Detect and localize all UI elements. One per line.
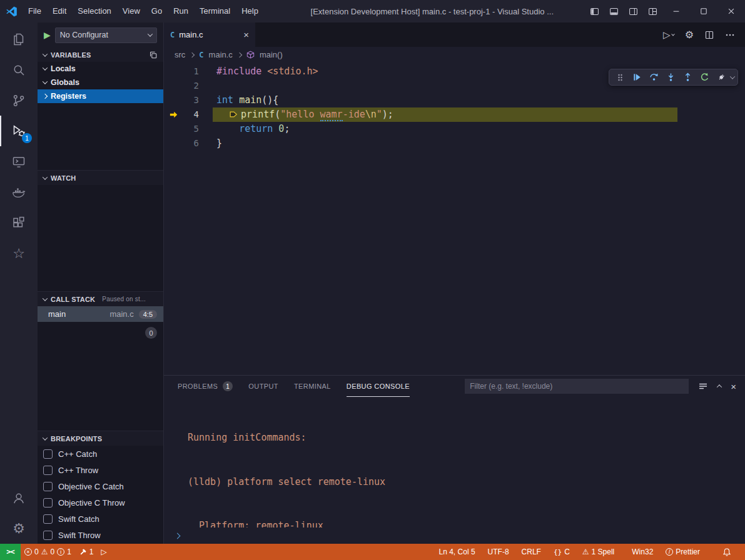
breakpoint-swift-catch[interactable]: Swift Catch — [38, 511, 163, 527]
breakpoint-marker-icon[interactable] — [229, 110, 238, 119]
activity-settings[interactable]: ⚙ — [0, 513, 38, 544]
menu-terminal[interactable]: Terminal — [194, 0, 236, 22]
activity-explorer[interactable] — [0, 24, 38, 54]
scope-registers[interactable]: Registers — [38, 89, 163, 103]
gutter-line-3[interactable] — [164, 93, 183, 108]
eol-indicator[interactable]: CRLF — [518, 544, 545, 560]
toolchain-status[interactable]: 1 — [75, 544, 98, 560]
more-actions-icon[interactable] — [725, 30, 735, 40]
breakpoint-checkbox[interactable] — [43, 449, 53, 459]
problems-status[interactable]: × 0 ⚠ 0 i 1 — [21, 544, 75, 560]
scope-locals[interactable]: Locals — [38, 62, 163, 76]
output-lines-icon[interactable] — [698, 381, 708, 391]
maximize-button[interactable] — [690, 0, 717, 22]
breakpoint-objc-throw[interactable]: Objective C Throw — [38, 494, 163, 511]
tab-output[interactable]: OUTPUT — [248, 376, 278, 397]
run-file-button[interactable]: ▷ — [663, 29, 674, 41]
menu-edit[interactable]: Edit — [47, 0, 72, 22]
breakpoint-checkbox[interactable] — [43, 514, 53, 524]
gutter-line-1[interactable] — [164, 64, 183, 79]
close-tab-icon[interactable]: × — [243, 30, 249, 39]
activity-run-debug[interactable]: 1 — [0, 116, 38, 146]
activity-extensions[interactable] — [0, 208, 38, 238]
scope-globals[interactable]: Globals — [38, 76, 163, 89]
tab-problems[interactable]: PROBLEMS 1 — [178, 376, 233, 397]
code-line-3[interactable]: 3 int main(){ — [164, 93, 745, 108]
toggle-secondary-sidebar-icon[interactable] — [624, 0, 643, 22]
breakpoint-label: Swift Throw — [58, 531, 101, 540]
code-line-5[interactable]: 5 return 0; — [164, 122, 745, 136]
spell-checker-status[interactable]: ⚠ 1 Spell — [579, 544, 618, 560]
platform-indicator[interactable]: Win32 — [628, 544, 657, 560]
breakpoint-checkbox[interactable] — [43, 482, 53, 491]
step-over-button[interactable] — [646, 70, 661, 85]
code-editor[interactable]: 1 #include <stdio.h> 2 3 int main(){ — [164, 62, 745, 375]
breakpoint-objc-catch[interactable]: Objective C Catch — [38, 478, 163, 494]
menu-run[interactable]: Run — [168, 0, 194, 22]
split-editor-icon[interactable] — [704, 30, 714, 40]
formatter-status[interactable]: / Prettier — [662, 544, 704, 560]
toolbar-drag-handle[interactable] — [612, 70, 627, 85]
activity-remote-explorer[interactable] — [0, 146, 38, 177]
gutter-line-2[interactable] — [164, 79, 183, 93]
launch-config-dropdown[interactable]: No Configurat — [55, 28, 157, 43]
encoding-indicator[interactable]: UTF-8 — [484, 544, 513, 560]
breakpoint-swift-throw[interactable]: Swift Throw — [38, 527, 163, 543]
chevron-down-icon[interactable] — [730, 74, 735, 79]
copy-icon[interactable] — [149, 51, 158, 59]
gutter-line-6[interactable] — [164, 136, 183, 151]
continue-button[interactable] — [629, 70, 644, 85]
console-line: Running initCommands: — [188, 431, 745, 446]
restart-button[interactable] — [697, 70, 712, 85]
variables-header[interactable]: VARIABLES — [38, 48, 163, 62]
maximize-panel-icon[interactable] — [717, 384, 722, 389]
activity-docker[interactable] — [0, 177, 38, 208]
menu-view[interactable]: View — [117, 0, 146, 22]
call-stack-header[interactable]: CALL STACK Paused on st... — [38, 292, 163, 306]
remote-indicator[interactable]: >< — [0, 544, 21, 560]
close-panel-icon[interactable]: × — [731, 382, 736, 391]
toggle-primary-sidebar-icon[interactable] — [585, 0, 604, 22]
disconnect-button[interactable] — [714, 70, 729, 85]
step-into-button[interactable] — [663, 70, 678, 85]
code-line-6[interactable]: 6 } — [164, 136, 745, 151]
breadcrumb-symbol[interactable]: main() — [260, 50, 283, 59]
menu-file[interactable]: File — [23, 0, 47, 22]
console-input-row[interactable] — [164, 528, 745, 544]
activity-search[interactable] — [0, 54, 38, 85]
close-window-button[interactable] — [717, 0, 745, 22]
language-indicator[interactable]: {} C — [550, 544, 574, 560]
menu-selection[interactable]: Selection — [72, 0, 116, 22]
breakpoint-checkbox[interactable] — [43, 531, 53, 540]
menu-go[interactable]: Go — [146, 0, 168, 22]
breakpoints-header[interactable]: BREAKPOINTS — [38, 431, 163, 446]
console-filter-input[interactable] — [465, 379, 689, 394]
notifications-bell[interactable] — [719, 544, 735, 560]
code-line-4-current[interactable]: 4 printf("hello wamr-ide\n"); — [164, 108, 745, 122]
start-debugging-button[interactable]: ▶ — [44, 31, 51, 39]
customize-layout-icon[interactable] — [643, 0, 662, 22]
debug-launch-status[interactable]: ▷ — [98, 544, 111, 560]
menu-help[interactable]: Help — [236, 0, 264, 22]
activity-favorites[interactable]: ☆ — [0, 238, 38, 269]
tab-terminal[interactable]: TERMINAL — [294, 376, 331, 397]
gutter-line-4[interactable] — [164, 108, 183, 122]
activity-source-control[interactable] — [0, 85, 38, 116]
step-out-button[interactable] — [680, 70, 695, 85]
stack-frame-row[interactable]: main main.c 4:5 — [38, 306, 163, 322]
gutter-line-5[interactable] — [164, 122, 183, 136]
breakpoint-checkbox[interactable] — [43, 466, 53, 475]
configure-gear-icon[interactable]: ⚙ — [685, 30, 694, 40]
breadcrumb-folder[interactable]: src — [175, 50, 185, 59]
tab-debug-console[interactable]: DEBUG CONSOLE — [347, 376, 410, 397]
minimize-button[interactable] — [662, 0, 690, 22]
breakpoint-checkbox[interactable] — [43, 498, 53, 508]
cursor-position[interactable]: Ln 4, Col 5 — [435, 544, 479, 560]
tab-main-c[interactable]: C main.c × — [164, 22, 255, 47]
breakpoint-cpp-catch[interactable]: C++ Catch — [38, 446, 163, 462]
watch-header[interactable]: WATCH — [38, 171, 163, 185]
breakpoint-cpp-throw[interactable]: C++ Throw — [38, 462, 163, 478]
breadcrumb-file[interactable]: main.c — [209, 50, 233, 59]
toggle-panel-icon[interactable] — [604, 0, 624, 22]
activity-accounts[interactable] — [0, 482, 38, 513]
